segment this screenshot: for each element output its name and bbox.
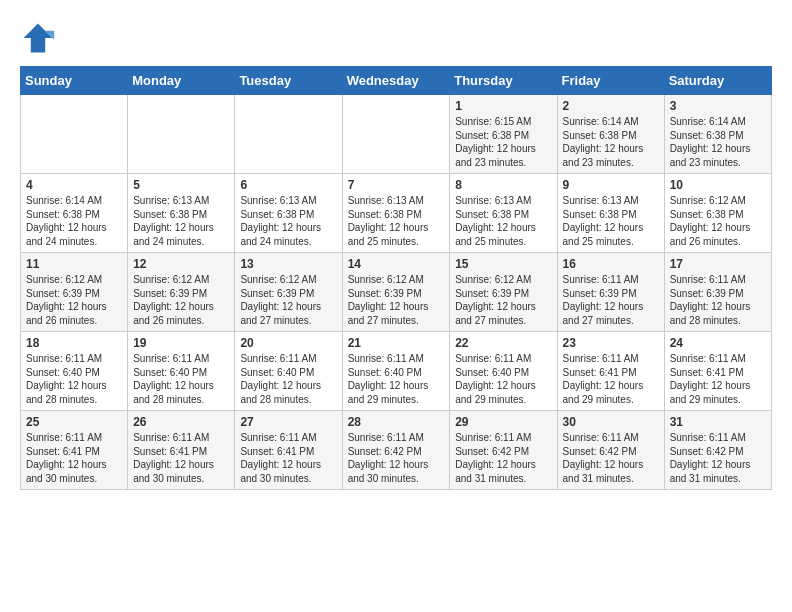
calendar-cell: 21Sunrise: 6:11 AM Sunset: 6:40 PM Dayli… [342,332,450,411]
calendar-cell: 17Sunrise: 6:11 AM Sunset: 6:39 PM Dayli… [664,253,771,332]
calendar-cell: 29Sunrise: 6:11 AM Sunset: 6:42 PM Dayli… [450,411,557,490]
day-info: Sunrise: 6:11 AM Sunset: 6:40 PM Dayligh… [133,352,229,406]
calendar-week-row: 1Sunrise: 6:15 AM Sunset: 6:38 PM Daylig… [21,95,772,174]
day-number: 15 [455,257,551,271]
calendar-cell: 24Sunrise: 6:11 AM Sunset: 6:41 PM Dayli… [664,332,771,411]
day-header-monday: Monday [128,67,235,95]
calendar-cell: 9Sunrise: 6:13 AM Sunset: 6:38 PM Daylig… [557,174,664,253]
calendar-cell: 2Sunrise: 6:14 AM Sunset: 6:38 PM Daylig… [557,95,664,174]
day-info: Sunrise: 6:11 AM Sunset: 6:40 PM Dayligh… [26,352,122,406]
day-number: 10 [670,178,766,192]
day-number: 28 [348,415,445,429]
calendar-table: SundayMondayTuesdayWednesdayThursdayFrid… [20,66,772,490]
day-number: 27 [240,415,336,429]
day-number: 11 [26,257,122,271]
day-info: Sunrise: 6:13 AM Sunset: 6:38 PM Dayligh… [455,194,551,248]
day-number: 1 [455,99,551,113]
day-number: 23 [563,336,659,350]
calendar-cell [128,95,235,174]
day-info: Sunrise: 6:12 AM Sunset: 6:39 PM Dayligh… [133,273,229,327]
day-number: 20 [240,336,336,350]
day-number: 2 [563,99,659,113]
day-number: 31 [670,415,766,429]
day-number: 3 [670,99,766,113]
calendar-cell: 19Sunrise: 6:11 AM Sunset: 6:40 PM Dayli… [128,332,235,411]
calendar-cell: 16Sunrise: 6:11 AM Sunset: 6:39 PM Dayli… [557,253,664,332]
calendar-cell: 11Sunrise: 6:12 AM Sunset: 6:39 PM Dayli… [21,253,128,332]
calendar-cell: 27Sunrise: 6:11 AM Sunset: 6:41 PM Dayli… [235,411,342,490]
day-number: 24 [670,336,766,350]
day-info: Sunrise: 6:11 AM Sunset: 6:42 PM Dayligh… [670,431,766,485]
day-number: 29 [455,415,551,429]
day-number: 30 [563,415,659,429]
day-number: 26 [133,415,229,429]
day-header-thursday: Thursday [450,67,557,95]
calendar-cell: 1Sunrise: 6:15 AM Sunset: 6:38 PM Daylig… [450,95,557,174]
calendar-cell: 14Sunrise: 6:12 AM Sunset: 6:39 PM Dayli… [342,253,450,332]
calendar-cell [342,95,450,174]
day-number: 16 [563,257,659,271]
day-info: Sunrise: 6:13 AM Sunset: 6:38 PM Dayligh… [133,194,229,248]
calendar-week-row: 11Sunrise: 6:12 AM Sunset: 6:39 PM Dayli… [21,253,772,332]
calendar-cell: 10Sunrise: 6:12 AM Sunset: 6:38 PM Dayli… [664,174,771,253]
day-number: 14 [348,257,445,271]
day-number: 6 [240,178,336,192]
day-number: 22 [455,336,551,350]
day-info: Sunrise: 6:14 AM Sunset: 6:38 PM Dayligh… [26,194,122,248]
day-info: Sunrise: 6:11 AM Sunset: 6:42 PM Dayligh… [455,431,551,485]
day-info: Sunrise: 6:11 AM Sunset: 6:42 PM Dayligh… [348,431,445,485]
day-info: Sunrise: 6:11 AM Sunset: 6:40 PM Dayligh… [348,352,445,406]
day-info: Sunrise: 6:12 AM Sunset: 6:39 PM Dayligh… [455,273,551,327]
day-info: Sunrise: 6:11 AM Sunset: 6:41 PM Dayligh… [563,352,659,406]
calendar-cell: 25Sunrise: 6:11 AM Sunset: 6:41 PM Dayli… [21,411,128,490]
day-number: 12 [133,257,229,271]
calendar-cell: 5Sunrise: 6:13 AM Sunset: 6:38 PM Daylig… [128,174,235,253]
logo [20,20,60,56]
calendar-week-row: 18Sunrise: 6:11 AM Sunset: 6:40 PM Dayli… [21,332,772,411]
calendar-cell: 26Sunrise: 6:11 AM Sunset: 6:41 PM Dayli… [128,411,235,490]
day-info: Sunrise: 6:11 AM Sunset: 6:39 PM Dayligh… [670,273,766,327]
calendar-cell: 7Sunrise: 6:13 AM Sunset: 6:38 PM Daylig… [342,174,450,253]
calendar-cell: 22Sunrise: 6:11 AM Sunset: 6:40 PM Dayli… [450,332,557,411]
day-info: Sunrise: 6:11 AM Sunset: 6:40 PM Dayligh… [455,352,551,406]
day-header-saturday: Saturday [664,67,771,95]
day-info: Sunrise: 6:11 AM Sunset: 6:40 PM Dayligh… [240,352,336,406]
day-info: Sunrise: 6:11 AM Sunset: 6:41 PM Dayligh… [670,352,766,406]
day-number: 8 [455,178,551,192]
calendar-week-row: 4Sunrise: 6:14 AM Sunset: 6:38 PM Daylig… [21,174,772,253]
calendar-cell: 31Sunrise: 6:11 AM Sunset: 6:42 PM Dayli… [664,411,771,490]
day-number: 21 [348,336,445,350]
calendar-week-row: 25Sunrise: 6:11 AM Sunset: 6:41 PM Dayli… [21,411,772,490]
calendar-cell: 23Sunrise: 6:11 AM Sunset: 6:41 PM Dayli… [557,332,664,411]
day-header-wednesday: Wednesday [342,67,450,95]
page-header [20,20,772,56]
day-info: Sunrise: 6:12 AM Sunset: 6:39 PM Dayligh… [26,273,122,327]
day-info: Sunrise: 6:11 AM Sunset: 6:39 PM Dayligh… [563,273,659,327]
day-info: Sunrise: 6:12 AM Sunset: 6:39 PM Dayligh… [348,273,445,327]
calendar-cell: 18Sunrise: 6:11 AM Sunset: 6:40 PM Dayli… [21,332,128,411]
svg-marker-0 [24,24,53,53]
calendar-cell: 6Sunrise: 6:13 AM Sunset: 6:38 PM Daylig… [235,174,342,253]
calendar-header-row: SundayMondayTuesdayWednesdayThursdayFrid… [21,67,772,95]
day-number: 9 [563,178,659,192]
calendar-cell: 3Sunrise: 6:14 AM Sunset: 6:38 PM Daylig… [664,95,771,174]
day-info: Sunrise: 6:14 AM Sunset: 6:38 PM Dayligh… [670,115,766,169]
calendar-cell [21,95,128,174]
day-info: Sunrise: 6:11 AM Sunset: 6:41 PM Dayligh… [26,431,122,485]
day-info: Sunrise: 6:13 AM Sunset: 6:38 PM Dayligh… [563,194,659,248]
day-header-tuesday: Tuesday [235,67,342,95]
calendar-cell: 12Sunrise: 6:12 AM Sunset: 6:39 PM Dayli… [128,253,235,332]
day-number: 4 [26,178,122,192]
day-number: 19 [133,336,229,350]
day-info: Sunrise: 6:12 AM Sunset: 6:38 PM Dayligh… [670,194,766,248]
day-number: 18 [26,336,122,350]
calendar-cell: 28Sunrise: 6:11 AM Sunset: 6:42 PM Dayli… [342,411,450,490]
calendar-cell: 15Sunrise: 6:12 AM Sunset: 6:39 PM Dayli… [450,253,557,332]
day-info: Sunrise: 6:11 AM Sunset: 6:41 PM Dayligh… [133,431,229,485]
day-info: Sunrise: 6:11 AM Sunset: 6:41 PM Dayligh… [240,431,336,485]
day-info: Sunrise: 6:14 AM Sunset: 6:38 PM Dayligh… [563,115,659,169]
day-info: Sunrise: 6:13 AM Sunset: 6:38 PM Dayligh… [348,194,445,248]
calendar-cell: 13Sunrise: 6:12 AM Sunset: 6:39 PM Dayli… [235,253,342,332]
day-info: Sunrise: 6:15 AM Sunset: 6:38 PM Dayligh… [455,115,551,169]
day-number: 17 [670,257,766,271]
